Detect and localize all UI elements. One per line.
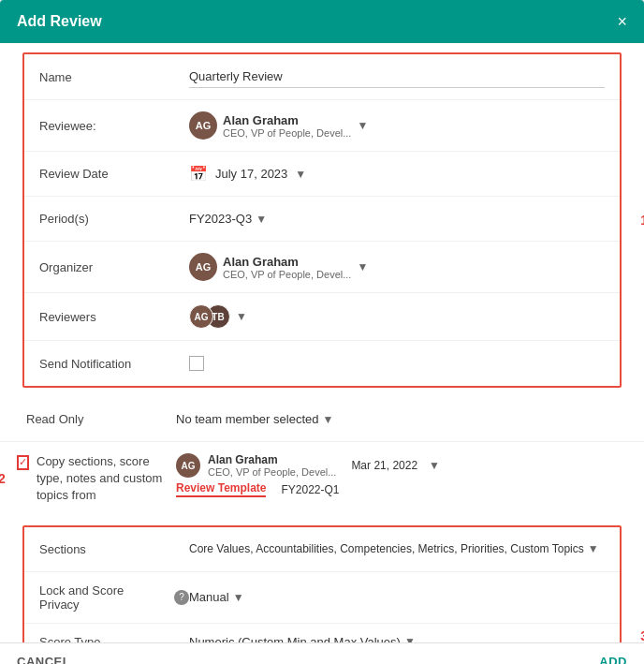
add-review-modal: Add Review × Name Reviewee: — [0, 0, 644, 664]
score-type-value: Numeric (Custom Min and Max Values) — [189, 635, 401, 642]
copy-content: AG Alan Graham CEO, VP of People, Devel.… — [176, 453, 627, 497]
modal-body: Name Reviewee: AG Alan Gra — [0, 43, 644, 642]
modal-title: Add Review — [17, 13, 102, 30]
organizer-title: CEO, VP of People, Devel... — [223, 269, 351, 280]
reviewee-dropdown[interactable]: AG Alan Graham CEO, VP of People, Devel.… — [189, 111, 368, 140]
organizer-row: Organizer AG Alan Graham CEO, VP of Peop… — [24, 242, 620, 293]
read-only-dropdown[interactable]: No team member selected ▼ — [176, 412, 333, 426]
annotation-2: 2 — [0, 471, 6, 486]
periods-arrow: ▼ — [256, 213, 267, 226]
copy-row: ✓ Copy sections, score type, notes and c… — [11, 442, 633, 516]
read-only-row: Read Only No team member selected ▼ — [0, 397, 644, 442]
periods-value: FY2023-Q3 — [189, 212, 252, 226]
review-date-control: 📅 July 17, 2023 ▼ — [189, 165, 605, 183]
copy-person-name: Alan Graham — [208, 453, 336, 466]
name-control — [189, 66, 605, 88]
sections-label: Sections — [39, 542, 189, 556]
copy-period: FY2022-Q1 — [281, 483, 339, 496]
lock-value: Manual — [189, 590, 229, 604]
score-type-arrow: ▼ — [404, 635, 416, 642]
sections-control: Core Values, Accountabilities, Competenc… — [189, 542, 605, 555]
sections-row: Sections Core Values, Accountabilities, … — [24, 527, 620, 572]
copy-person-row: AG Alan Graham CEO, VP of People, Devel.… — [176, 453, 627, 478]
modal-footer: CANCEL ADD — [0, 642, 644, 664]
read-only-label: Read Only — [26, 412, 176, 426]
copy-label: ✓ Copy sections, score type, notes and c… — [17, 453, 167, 505]
lock-label: Lock and Score Privacy ? — [39, 583, 189, 612]
copy-template-label: Review Template — [176, 481, 266, 497]
review-date-dropdown[interactable]: 📅 July 17, 2023 ▼ — [189, 165, 306, 183]
copy-person-title: CEO, VP of People, Devel... — [208, 466, 336, 478]
section-3: Sections Core Values, Accountabilities, … — [22, 525, 622, 642]
read-only-arrow: ▼ — [322, 413, 333, 426]
date-arrow: ▼ — [295, 168, 306, 181]
reviewers-row: Reviewers AG TB ▼ — [24, 293, 620, 341]
reviewers-dropdown[interactable]: AG TB ▼ — [189, 304, 247, 329]
sections-arrow: ▼ — [588, 542, 599, 555]
review-date-row: Review Date 📅 July 17, 2023 ▼ — [24, 152, 620, 197]
score-type-main: Score Type Numeric (Custom Min and Max V… — [39, 635, 605, 642]
calendar-icon: 📅 — [189, 165, 208, 183]
modal-header: Add Review × — [0, 0, 644, 43]
reviewee-name: Alan Graham — [223, 113, 351, 127]
name-input[interactable] — [189, 66, 605, 88]
score-type-control: Numeric (Custom Min and Max Values) ▼ — [189, 635, 605, 642]
reviewers-label: Reviewers — [39, 310, 189, 324]
name-label: Name — [39, 70, 189, 84]
copy-section-wrapper: ✓ Copy sections, score type, notes and c… — [11, 442, 633, 516]
annotation-3: 3 — [640, 628, 644, 642]
send-notification-label: Send Notification — [39, 357, 189, 371]
cancel-button[interactable]: CANCEL — [17, 655, 70, 664]
lock-control: Manual ▼ — [189, 590, 605, 604]
copy-date: Mar 21, 2022 — [351, 459, 417, 472]
copy-avatar: AG — [176, 453, 200, 478]
help-icon[interactable]: ? — [174, 590, 189, 605]
periods-label: Period(s) — [39, 212, 189, 226]
send-notification-row: Send Notification — [24, 341, 620, 386]
close-button[interactable]: × — [617, 13, 627, 30]
reviewers-avatars: AG TB — [189, 304, 230, 329]
score-type-row: Score Type Numeric (Custom Min and Max V… — [24, 624, 620, 642]
organizer-dropdown[interactable]: AG Alan Graham CEO, VP of People, Devel.… — [189, 253, 368, 281]
section-3-wrapper: Sections Core Values, Accountabilities, … — [11, 525, 633, 642]
send-notification-control — [189, 356, 605, 371]
section-1: Name Reviewee: AG Alan Gra — [22, 52, 622, 388]
annotation-1: 1 — [640, 213, 644, 228]
review-date-value: July 17, 2023 — [215, 167, 287, 181]
copy-dropdown-arrow: ▼ — [429, 459, 440, 472]
copy-checkbox[interactable]: ✓ — [17, 455, 29, 470]
review-date-label: Review Date — [39, 167, 189, 181]
add-button[interactable]: ADD — [599, 655, 627, 664]
score-type-label: Score Type — [39, 635, 189, 642]
periods-dropdown[interactable]: FY2023-Q3 ▼ — [189, 212, 267, 226]
score-type-dropdown[interactable]: Numeric (Custom Min and Max Values) ▼ — [189, 635, 416, 642]
periods-control: FY2023-Q3 ▼ — [189, 212, 605, 226]
copy-meta-row: Review Template FY2022-Q1 — [176, 481, 627, 497]
organizer-name: Alan Graham — [223, 255, 351, 269]
reviewers-arrow: ▼ — [236, 310, 247, 323]
reviewers-control: AG TB ▼ — [189, 304, 605, 329]
reviewee-arrow: ▼ — [357, 119, 368, 132]
organizer-control: AG Alan Graham CEO, VP of People, Devel.… — [189, 253, 605, 281]
send-notification-checkbox[interactable] — [189, 356, 204, 371]
lock-dropdown[interactable]: Manual ▼ — [189, 590, 244, 604]
reviewer1-avatar: AG — [189, 304, 213, 329]
reviewee-label: Reviewee: — [39, 119, 189, 133]
periods-row: Period(s) FY2023-Q3 ▼ — [24, 197, 620, 242]
read-only-control: No team member selected ▼ — [176, 412, 618, 426]
organizer-arrow: ▼ — [357, 260, 368, 273]
organizer-info: Alan Graham CEO, VP of People, Devel... — [223, 255, 351, 280]
reviewee-control: AG Alan Graham CEO, VP of People, Devel.… — [189, 111, 605, 140]
read-only-value: No team member selected — [176, 412, 318, 426]
lock-arrow: ▼ — [233, 591, 244, 604]
reviewee-title: CEO, VP of People, Devel... — [223, 127, 351, 139]
section-1-wrapper: Name Reviewee: AG Alan Gra — [11, 52, 633, 388]
copy-check-mark: ✓ — [19, 455, 27, 469]
copy-person-info: Alan Graham CEO, VP of People, Devel... — [208, 453, 336, 478]
sections-value: Core Values, Accountabilities, Competenc… — [189, 542, 584, 555]
reviewee-row: Reviewee: AG Alan Graham CEO, VP of Peop… — [24, 100, 620, 152]
reviewee-info: Alan Graham CEO, VP of People, Devel... — [223, 113, 351, 139]
organizer-label: Organizer — [39, 260, 189, 274]
reviewee-avatar: AG — [189, 111, 217, 140]
sections-dropdown[interactable]: Core Values, Accountabilities, Competenc… — [189, 542, 599, 555]
